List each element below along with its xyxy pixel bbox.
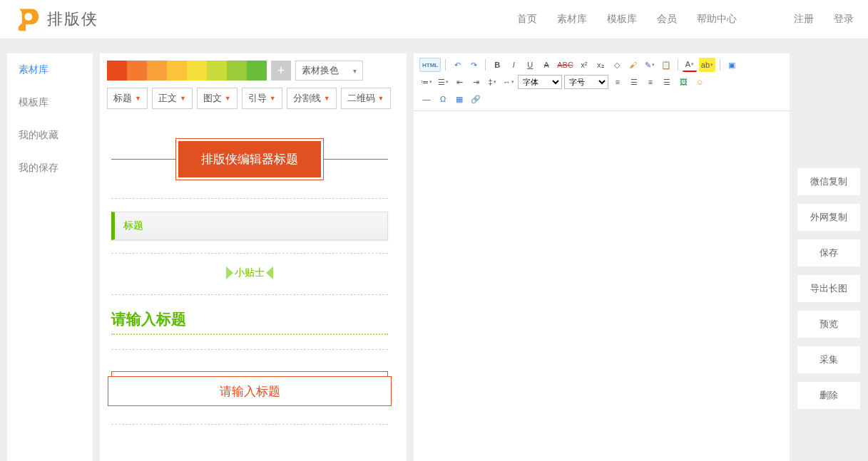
paste-button[interactable]: 📋 <box>659 58 673 72</box>
export-image-button[interactable]: 导出长图 <box>797 274 861 303</box>
underline-button[interactable]: U <box>523 58 537 72</box>
insert-image-button[interactable]: 🖼 <box>676 75 690 89</box>
align-left-button[interactable]: ≡ <box>611 75 625 89</box>
table-button[interactable]: ▦ <box>452 92 466 106</box>
template-1-text: 排版侠编辑器标题 <box>178 141 321 177</box>
nav-help[interactable]: 帮助中心 <box>697 13 737 26</box>
eraser-button[interactable]: ◇ <box>610 58 624 72</box>
collect-button[interactable]: 采集 <box>797 346 861 374</box>
cat-image-text[interactable]: 图文▼ <box>197 88 238 109</box>
swatch-6[interactable] <box>207 61 227 81</box>
swatch-3[interactable] <box>147 61 167 81</box>
bg-color-button[interactable]: ab▾ <box>699 58 715 72</box>
template-title-3[interactable]: 小贴士 <box>111 266 388 281</box>
color-mode-label: 素材换色 <box>302 64 339 77</box>
nav-templates[interactable]: 模板库 <box>607 13 637 26</box>
sidebar-tab-saved[interactable]: 我的保存 <box>7 152 93 185</box>
html-source-button[interactable]: HTML <box>419 58 441 72</box>
sidebar-tab-favorites[interactable]: 我的收藏 <box>7 119 93 152</box>
fullscreen-button[interactable]: ▣ <box>725 58 739 72</box>
special-char-button[interactable]: Ω <box>436 92 450 106</box>
nav-materials[interactable]: 素材库 <box>557 13 587 26</box>
color-mode-select[interactable]: 素材换色 <box>295 61 363 81</box>
undo-button[interactable]: ↶ <box>450 58 464 72</box>
hr-button[interactable]: — <box>419 92 434 106</box>
indent-button[interactable]: ⇥ <box>469 75 483 89</box>
ordered-list-button[interactable]: ≔▾ <box>419 75 434 89</box>
template-list[interactable]: 排版侠编辑器标题 标题 小贴士 请输入标题 请输入标题 <box>107 116 399 461</box>
login-link[interactable]: 登录 <box>834 13 854 26</box>
template-3-text: 小贴士 <box>235 266 265 279</box>
bold-button[interactable]: B <box>490 58 504 72</box>
main-content: 素材库 模板库 我的收藏 我的保存 + 素材换色 标题▼ 正文▼ 图文▼ 引导▼ <box>0 39 868 461</box>
template-5-text: 请输入标题 <box>108 376 392 406</box>
main-nav: 首页 素材库 模板库 会员 帮助中心 <box>517 13 737 26</box>
outdent-button[interactable]: ⇤ <box>452 75 466 89</box>
sidebar-tab-templates[interactable]: 模板库 <box>7 86 93 119</box>
font-color-button[interactable]: A▾ <box>683 58 697 72</box>
superscript-button[interactable]: x² <box>577 58 591 72</box>
letter-spacing-button[interactable]: ↔▾ <box>501 75 516 89</box>
swatch-1[interactable] <box>107 61 127 81</box>
font-size-select[interactable]: 字号 <box>564 75 608 89</box>
italic-button[interactable]: I <box>506 58 521 72</box>
material-panel: + 素材换色 标题▼ 正文▼ 图文▼ 引导▼ 分割线▼ 二维码▼ 排版侠编辑器标… <box>100 53 407 461</box>
editor-toolbar: HTML ↶ ↷ B I U A ABC x² x₂ ◇ 🖌 ✎▾ 📋 A▾ a… <box>414 53 790 111</box>
cat-divider[interactable]: 分割线▼ <box>287 88 337 109</box>
category-row: 标题▼ 正文▼ 图文▼ 引导▼ 分割线▼ 二维码▼ <box>107 88 399 109</box>
unordered-list-button[interactable]: ☰▾ <box>436 75 450 89</box>
font-family-select[interactable]: 字体 <box>518 75 562 89</box>
delete-button[interactable]: 删除 <box>797 381 861 410</box>
action-buttons: 微信复制 外网复制 保存 导出长图 预览 采集 删除 <box>797 53 861 461</box>
template-title-4[interactable]: 请输入标题 <box>111 309 388 335</box>
wechat-copy-button[interactable]: 微信复制 <box>797 167 861 196</box>
strikethrough-button[interactable]: A <box>539 58 553 72</box>
add-color-button[interactable]: + <box>271 61 291 81</box>
color-swatches <box>107 61 267 81</box>
swatch-2[interactable] <box>127 61 147 81</box>
nav-member[interactable]: 会员 <box>657 13 677 26</box>
emoji-button[interactable]: ☺ <box>693 75 707 89</box>
cat-guide[interactable]: 引导▼ <box>242 88 282 109</box>
swatch-8[interactable] <box>247 61 267 81</box>
logo-icon <box>14 6 40 32</box>
line-height-button[interactable]: ‡▾ <box>485 75 499 89</box>
web-copy-button[interactable]: 外网复制 <box>797 203 861 232</box>
svg-point-0 <box>24 13 32 21</box>
cat-body[interactable]: 正文▼ <box>152 88 193 109</box>
register-link[interactable]: 注册 <box>794 13 814 26</box>
save-button[interactable]: 保存 <box>797 239 861 267</box>
align-right-button[interactable]: ≡ <box>643 75 658 89</box>
nav-home[interactable]: 首页 <box>517 13 537 26</box>
preview-button[interactable]: 预览 <box>797 310 861 338</box>
align-justify-button[interactable]: ☰ <box>660 75 674 89</box>
swatch-5[interactable] <box>187 61 207 81</box>
redo-button[interactable]: ↷ <box>466 58 481 72</box>
template-title-1[interactable]: 排版侠编辑器标题 <box>111 138 388 180</box>
brush-button[interactable]: ✎▾ <box>643 58 657 72</box>
editor-content-area[interactable] <box>414 111 790 461</box>
cat-qrcode[interactable]: 二维码▼ <box>341 88 391 109</box>
link-button[interactable]: 🔗 <box>469 92 483 106</box>
sidebar-tab-materials[interactable]: 素材库 <box>7 53 93 86</box>
swatch-7[interactable] <box>227 61 247 81</box>
cat-title[interactable]: 标题▼ <box>107 88 148 109</box>
editor-panel: HTML ↶ ↷ B I U A ABC x² x₂ ◇ 🖌 ✎▾ 📋 A▾ a… <box>414 53 790 461</box>
color-picker-row: + 素材换色 <box>107 61 399 81</box>
remove-format-button[interactable]: ABC <box>556 58 575 72</box>
template-title-5[interactable]: 请输入标题 <box>111 371 388 403</box>
logo[interactable]: 排版侠 <box>14 6 98 32</box>
swatch-4[interactable] <box>167 61 187 81</box>
sidebar: 素材库 模板库 我的收藏 我的保存 <box>7 53 93 461</box>
align-center-button[interactable]: ☰ <box>627 75 641 89</box>
brand-name: 排版侠 <box>47 9 98 30</box>
header: 排版侠 首页 素材库 模板库 会员 帮助中心 注册 登录 <box>0 0 868 39</box>
format-painter-button[interactable]: 🖌 <box>626 58 640 72</box>
auth-nav: 注册 登录 <box>794 13 854 26</box>
template-title-2[interactable]: 标题 <box>111 212 388 240</box>
subscript-button[interactable]: x₂ <box>593 58 608 72</box>
